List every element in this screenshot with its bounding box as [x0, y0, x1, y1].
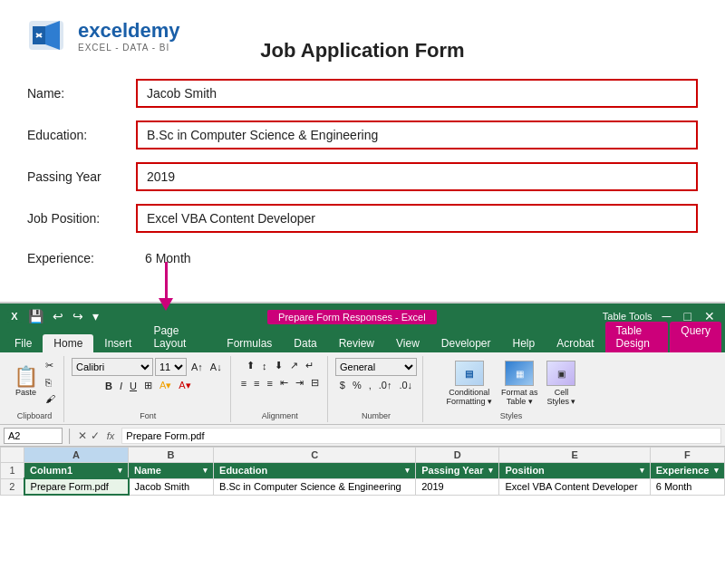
clipboard-row: 📋 Paste ✂ ⎘ 🖌: [11, 358, 58, 406]
italic-button[interactable]: I: [117, 379, 125, 393]
align-top-btn[interactable]: ⬆: [244, 358, 257, 373]
decrease-decimal-btn[interactable]: .0↓: [396, 378, 415, 392]
tab-query[interactable]: Query: [670, 322, 721, 352]
customize-btn[interactable]: ▾: [90, 310, 102, 323]
tab-formulas[interactable]: Formulas: [216, 334, 283, 352]
tab-acrobat[interactable]: Acrobat: [546, 334, 604, 352]
col-header-e[interactable]: E: [499, 448, 650, 463]
font-size-select[interactable]: 11: [155, 358, 187, 376]
align-row1: ⬆ ↕ ⬇ ↗ ↵: [244, 358, 316, 373]
tab-file[interactable]: File: [4, 334, 43, 352]
decrease-indent-btn[interactable]: ⇤: [277, 375, 291, 390]
cell-a2[interactable]: Prepare Form.pdf: [24, 478, 129, 495]
paste-button[interactable]: 📋 Paste: [11, 365, 41, 399]
form-row-experience: Experience:: [27, 246, 698, 271]
copy-button[interactable]: ⎘: [43, 375, 58, 390]
undo-btn[interactable]: ↩: [50, 310, 66, 323]
close-btn[interactable]: ✕: [701, 310, 718, 323]
fill-color-button[interactable]: A▾: [157, 378, 174, 393]
col-header-a[interactable]: A: [24, 448, 129, 463]
orientation-btn[interactable]: ↗: [287, 358, 301, 373]
conditional-formatting-button[interactable]: ▤ ConditionalFormatting ▾: [443, 358, 495, 409]
cancel-formula-icon[interactable]: ✕: [78, 429, 87, 442]
table-tools-label: Table Tools: [603, 311, 652, 322]
cell-c2[interactable]: B.Sc in Computer Science & Engineering: [214, 478, 416, 495]
cell-d2[interactable]: 2019: [416, 478, 499, 495]
font-row1: Calibri 11 A↑ A↓: [72, 358, 225, 376]
tab-home[interactable]: Home: [43, 334, 93, 352]
merge-btn[interactable]: ⊟: [308, 375, 322, 390]
tab-view[interactable]: View: [385, 334, 430, 352]
cell-e2[interactable]: Excel VBA Content Developer: [499, 478, 650, 495]
percent-btn[interactable]: %: [350, 378, 364, 392]
increase-font-btn[interactable]: A↑: [188, 360, 206, 374]
font-color-button[interactable]: A▾: [176, 378, 193, 393]
cell-styles-button[interactable]: ▣ CellStyles ▾: [544, 358, 578, 409]
minimize-btn[interactable]: ─: [660, 310, 674, 323]
border-button[interactable]: ⊞: [141, 378, 155, 393]
formula-input[interactable]: [121, 428, 721, 444]
increase-decimal-btn[interactable]: .0↑: [376, 378, 395, 392]
decrease-font-btn[interactable]: A↓: [208, 360, 225, 374]
save-quick-btn[interactable]: 💾: [25, 310, 46, 323]
passing-year-input[interactable]: [136, 162, 698, 191]
cell-f1[interactable]: Experience▾: [650, 463, 724, 479]
format-as-table-button[interactable]: ▦ Format asTable ▾: [498, 358, 541, 409]
arrow-head: [159, 298, 173, 311]
confirm-formula-icon[interactable]: ✓: [91, 429, 100, 442]
redo-btn[interactable]: ↪: [70, 310, 86, 323]
name-input[interactable]: [136, 79, 698, 108]
form-area: exceldemy EXCEL - DATA - BI Job Applicat…: [0, 0, 725, 304]
ribbon: 📋 Paste ✂ ⎘ 🖌 Clipboard Calibri 11: [0, 352, 725, 425]
align-bottom-btn[interactable]: ⬇: [272, 358, 285, 373]
excel-icon: X: [7, 309, 22, 323]
wrap-text-btn[interactable]: ↵: [303, 358, 316, 373]
tab-insert[interactable]: Insert: [93, 334, 142, 352]
align-right-btn[interactable]: ≡: [265, 376, 276, 390]
number-format-select[interactable]: General: [335, 358, 417, 376]
education-input[interactable]: [136, 120, 698, 149]
tab-table-design[interactable]: Table Design: [605, 322, 669, 352]
cell-a1[interactable]: Column1▾: [24, 463, 129, 479]
accounting-btn[interactable]: $: [337, 378, 348, 392]
cell-b2[interactable]: Jacob Smith: [129, 478, 214, 495]
cell-e1[interactable]: Position▾: [499, 463, 650, 479]
cell-reference-box[interactable]: [4, 428, 63, 444]
passing-year-label: Passing Year: [27, 169, 136, 184]
cut-button[interactable]: ✂: [43, 358, 58, 373]
form-row-job-position: Job Position:: [27, 204, 698, 233]
experience-input[interactable]: [136, 246, 698, 271]
name-label: Name:: [27, 86, 136, 101]
cell-c1[interactable]: Education▾: [214, 463, 416, 479]
tab-help[interactable]: Help: [502, 334, 546, 352]
align-middle-btn[interactable]: ↕: [259, 359, 270, 373]
col-header-f[interactable]: F: [650, 448, 724, 463]
bold-button[interactable]: B: [102, 379, 115, 393]
ribbon-group-alignment: ⬆ ↕ ⬇ ↗ ↵ ≡ ≡ ≡ ⇤ ⇥ ⊟ Alignment: [233, 356, 328, 422]
job-position-input[interactable]: [136, 204, 698, 233]
table-row: 1 Column1▾ Name▾ Education▾: [1, 463, 725, 479]
align-left-btn[interactable]: ≡: [238, 376, 249, 390]
cell-d1[interactable]: Passing Year▾: [416, 463, 499, 479]
form-row-passing-year: Passing Year: [27, 162, 698, 191]
increase-indent-btn[interactable]: ⇥: [293, 375, 306, 390]
font-family-select[interactable]: Calibri: [72, 358, 153, 376]
format-painter-button[interactable]: 🖌: [43, 391, 58, 406]
tab-data[interactable]: Data: [283, 334, 327, 352]
maximize-btn[interactable]: □: [682, 310, 694, 323]
col-header-c[interactable]: C: [214, 448, 416, 463]
comma-btn[interactable]: ,: [366, 378, 374, 392]
align-center-btn[interactable]: ≡: [251, 376, 262, 390]
cell-f2[interactable]: 6 Month: [650, 478, 724, 495]
title-bar-right: Table Tools ─ □ ✕: [603, 310, 718, 323]
col-header-d[interactable]: D: [416, 448, 499, 463]
underline-button[interactable]: U: [127, 379, 140, 393]
tab-review[interactable]: Review: [328, 334, 385, 352]
form-row-education: Education:: [27, 120, 698, 149]
col-header-b[interactable]: B: [129, 448, 214, 463]
tab-page-layout[interactable]: Page Layout: [142, 322, 216, 352]
cell-styles-icon: ▣: [546, 361, 575, 386]
tab-developer[interactable]: Developer: [430, 334, 502, 352]
cell-b1[interactable]: Name▾: [129, 463, 214, 479]
excel-area: X 💾 ↩ ↪ ▾ Prepare Form Responses - Excel…: [0, 304, 725, 496]
